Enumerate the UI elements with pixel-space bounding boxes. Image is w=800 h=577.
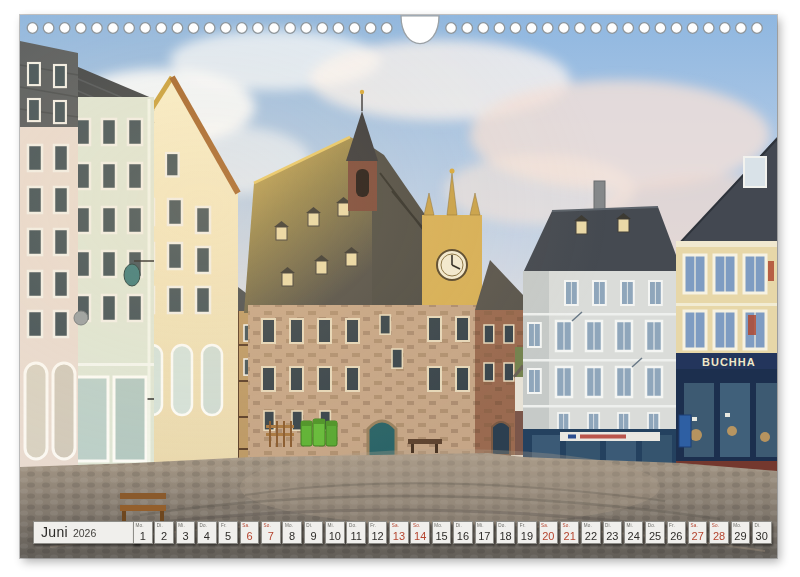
day-cell: Mo.8: [282, 521, 302, 544]
day-cell: Do.11: [346, 521, 366, 544]
day-cell: Fr.19: [517, 521, 537, 544]
day-cell: Sa.27: [688, 521, 708, 544]
day-cell: Mo.29: [731, 521, 751, 544]
month-label: Juni: [41, 522, 68, 543]
day-strip: Mo.1Di.2Mi.3Do.4Fr.5Sa.6So.7Mo.8Di.9Mi.1…: [133, 521, 772, 544]
day-cell: Mi.3: [176, 521, 196, 544]
day-cell: Fr.26: [667, 521, 687, 544]
day-cell: Fr.5: [218, 521, 238, 544]
day-cell: Mi.10: [325, 521, 345, 544]
day-cell: Do.4: [197, 521, 217, 544]
day-cell: So.28: [709, 521, 729, 544]
day-cell: Mo.1: [133, 521, 153, 544]
day-cell: Mi.24: [624, 521, 644, 544]
day-cell: So.7: [261, 521, 281, 544]
day-cell: Sa.13: [389, 521, 409, 544]
month-box: Juni 2026: [33, 521, 140, 544]
day-cell: Di.2: [154, 521, 174, 544]
day-cell: Do.18: [496, 521, 516, 544]
day-cell: Di.16: [453, 521, 473, 544]
day-cell: Di.30: [752, 521, 772, 544]
day-cell: Mo.22: [581, 521, 601, 544]
day-cell: Mo.15: [432, 521, 452, 544]
day-cell: Fr.12: [368, 521, 388, 544]
day-cell: Do.25: [645, 521, 665, 544]
day-cell: Di.9: [304, 521, 324, 544]
day-cell: So.21: [560, 521, 580, 544]
day-cell: Sa.6: [240, 521, 260, 544]
calendar-page: BUCHHA: [20, 15, 777, 558]
marketplace-photo: BUCHHA: [20, 15, 777, 558]
year-label: 2026: [73, 527, 96, 539]
day-cell: Mi.17: [475, 521, 495, 544]
day-cell: Sa.20: [539, 521, 559, 544]
day-cell: Di.23: [603, 521, 623, 544]
day-cell: So.14: [410, 521, 430, 544]
